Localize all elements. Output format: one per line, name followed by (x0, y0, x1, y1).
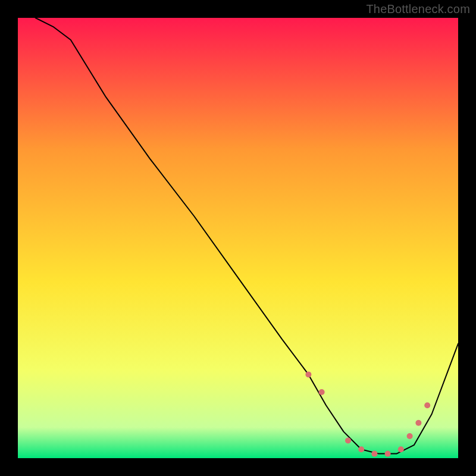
data-marker (358, 446, 364, 452)
data-marker (371, 451, 377, 457)
data-marker (319, 389, 325, 395)
data-marker (415, 420, 421, 426)
data-marker (398, 446, 404, 452)
data-marker (385, 451, 391, 457)
data-marker (424, 402, 430, 408)
data-marker (345, 437, 351, 443)
data-marker (407, 433, 413, 439)
attribution-text: TheBottleneck.com (366, 2, 470, 16)
bottleneck-curve (36, 18, 458, 454)
curve-group (36, 18, 458, 454)
chart-svg (18, 18, 458, 458)
markers-group (305, 371, 430, 456)
plot-area (18, 18, 458, 458)
data-marker (305, 371, 311, 377)
